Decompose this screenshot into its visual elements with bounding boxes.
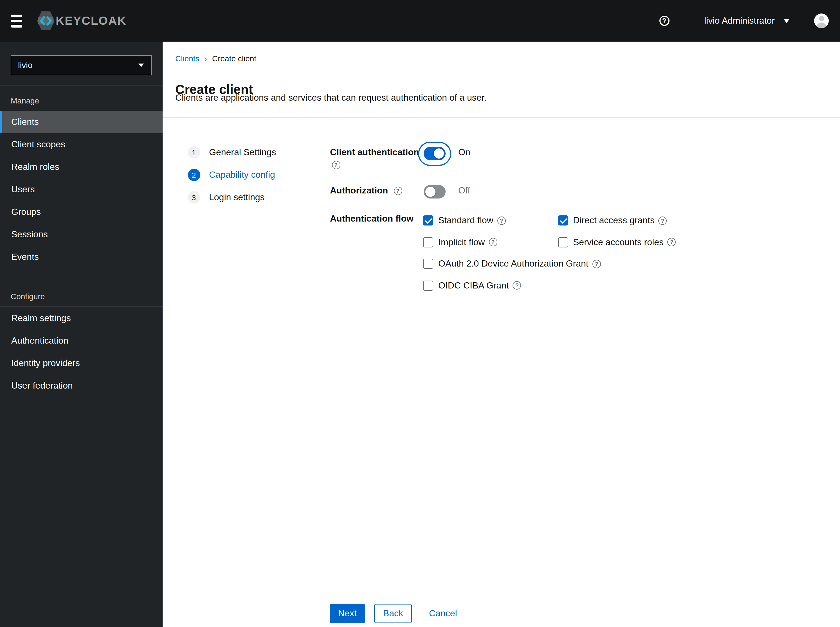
option-standard-flow: Standard flow ? [423, 215, 558, 225]
user-menu[interactable]: livio Administrator [704, 16, 789, 26]
authorization-toggle[interactable] [423, 185, 445, 198]
next-button[interactable]: Next [330, 604, 365, 623]
sidebar: livio Manage Clients Client scopes Realm… [0, 42, 162, 627]
authorization-help-icon[interactable]: ? [393, 186, 402, 195]
cancel-button[interactable]: Cancel [429, 608, 457, 619]
realm-selector[interactable]: livio [11, 55, 152, 75]
option-label: Implicit flow [438, 237, 485, 247]
capability-config-form: Client authentication ? On Authorization… [316, 118, 840, 627]
toggle-knob [434, 149, 444, 159]
client-authentication-switch-focus-ring [418, 142, 451, 165]
oidc-ciba-grant-help-icon[interactable]: ? [513, 281, 521, 290]
chevron-right-icon: › [205, 54, 207, 63]
keycloak-logo-icon [37, 11, 55, 30]
sidebar-item-groups[interactable]: Groups [0, 200, 162, 223]
standard-flow-help-icon[interactable]: ? [497, 216, 506, 225]
client-authentication-help-icon[interactable]: ? [332, 161, 340, 169]
standard-flow-checkbox[interactable] [423, 215, 433, 225]
chevron-down-icon [138, 63, 144, 67]
option-label: OIDC CIBA Grant [438, 280, 509, 290]
option-oauth-device-grant: OAuth 2.0 Device Authorization Grant ? [423, 259, 676, 269]
authorization-state: Off [458, 186, 470, 196]
service-accounts-roles-checkbox[interactable] [558, 237, 568, 247]
direct-access-grants-help-icon[interactable]: ? [658, 216, 667, 225]
oauth-device-grant-checkbox[interactable] [423, 259, 433, 269]
keycloak-admin-console: KEYCLOAK ? livio Administrator livio Man… [0, 0, 840, 627]
sidebar-item-client-scopes[interactable]: Client scopes [0, 133, 162, 156]
help-icon[interactable]: ? [659, 16, 669, 26]
option-direct-access-grants: Direct access grants ? [558, 215, 676, 225]
back-button[interactable]: Back [374, 604, 412, 623]
sidebar-item-user-federation[interactable]: User federation [0, 374, 162, 397]
service-accounts-roles-help-icon[interactable]: ? [668, 238, 676, 246]
wizard-step-general-settings[interactable]: 1 General Settings [188, 146, 315, 159]
step-label: Capability config [209, 170, 275, 180]
implicit-flow-checkbox[interactable] [423, 237, 433, 247]
nav-toggle-icon[interactable] [11, 14, 22, 27]
breadcrumb: Clients › Create client [175, 54, 256, 63]
chevron-down-icon [784, 19, 789, 23]
oauth-device-grant-help-icon[interactable]: ? [592, 260, 601, 268]
oidc-ciba-grant-checkbox[interactable] [423, 280, 433, 290]
sidebar-item-identity-providers[interactable]: Identity providers [0, 352, 162, 374]
option-service-accounts-roles: Service accounts roles ? [558, 237, 676, 247]
implicit-flow-help-icon[interactable]: ? [489, 238, 497, 246]
authorization-label: Authorization [330, 186, 388, 196]
masthead: KEYCLOAK ? livio Administrator [0, 0, 840, 42]
sidebar-item-realm-settings[interactable]: Realm settings [0, 307, 162, 329]
create-client-wizard: 1 General Settings 2 Capability config 3… [162, 118, 840, 627]
breadcrumb-clients-link[interactable]: Clients [175, 54, 199, 63]
client-authentication-label: Client authentication [330, 147, 419, 158]
wizard-step-capability-config[interactable]: 2 Capability config [188, 169, 315, 181]
brand-text: KEYCLOAK [56, 14, 126, 28]
direct-access-grants-checkbox[interactable] [558, 215, 568, 225]
client-authentication-toggle[interactable] [423, 147, 445, 161]
masthead-actions: ? livio Administrator [659, 14, 829, 28]
sidebar-item-sessions[interactable]: Sessions [0, 223, 162, 246]
authorization-label-row: Authorization ? [330, 186, 402, 196]
keycloak-logo: KEYCLOAK [37, 11, 126, 30]
manage-nav-list: Clients Client scopes Realm roles Users … [0, 110, 162, 268]
option-label: OAuth 2.0 Device Authorization Grant [438, 259, 589, 269]
realm-name: livio [18, 60, 33, 70]
step-label: General Settings [209, 147, 276, 158]
wizard-step-login-settings[interactable]: 3 Login settings [188, 191, 315, 203]
sidebar-item-authentication[interactable]: Authentication [0, 329, 162, 352]
main-content: Clients › Create client Create client Cl… [162, 42, 840, 627]
user-name: livio Administrator [704, 16, 775, 26]
breadcrumb-current: Create client [212, 54, 256, 63]
step-number: 1 [188, 146, 200, 159]
authentication-flow-label: Authentication flow [330, 214, 414, 224]
wizard-steps-nav: 1 General Settings 2 Capability config 3… [162, 118, 316, 627]
wizard-footer: Next Back Cancel [330, 604, 457, 623]
toggle-knob [425, 187, 435, 197]
sidebar-item-events[interactable]: Events [0, 246, 162, 268]
section-title-configure: Configure [0, 268, 162, 301]
sidebar-item-realm-roles[interactable]: Realm roles [0, 156, 162, 178]
option-oidc-ciba-grant: OIDC CIBA Grant ? [423, 280, 676, 290]
option-label: Direct access grants [573, 215, 655, 225]
authentication-flow-options: Standard flow ? Direct access grants ? I… [423, 215, 676, 290]
configure-nav-list: Realm settings Authentication Identity p… [0, 307, 162, 397]
option-label: Service accounts roles [573, 237, 664, 247]
avatar[interactable] [814, 14, 829, 28]
sidebar-item-clients[interactable]: Clients [0, 110, 162, 133]
step-label: Login settings [209, 192, 264, 202]
step-number: 2 [188, 169, 200, 181]
step-number: 3 [188, 191, 200, 203]
client-authentication-state: On [458, 147, 471, 158]
option-label: Standard flow [438, 215, 493, 225]
option-implicit-flow: Implicit flow ? [423, 237, 558, 247]
sidebar-item-users[interactable]: Users [0, 178, 162, 200]
section-title-manage: Manage [0, 85, 162, 106]
page-subtitle: Clients are applications and services th… [175, 93, 486, 103]
